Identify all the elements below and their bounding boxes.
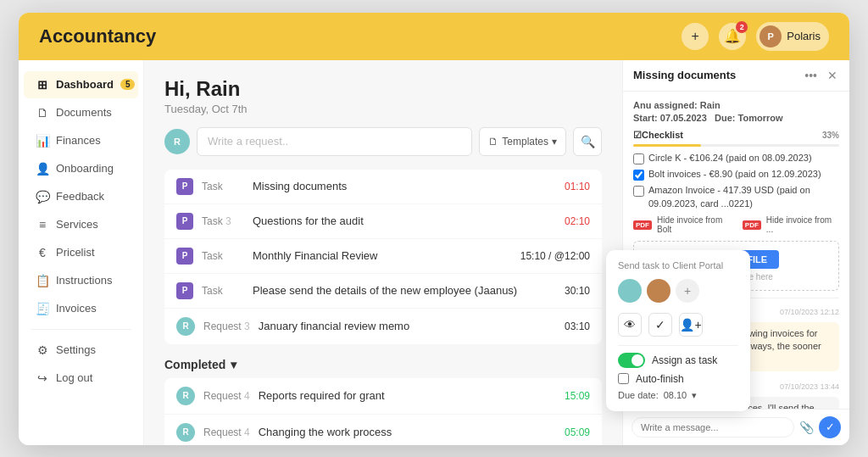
table-row[interactable]: R Request 3 January financial review mem… (164, 309, 602, 344)
app-title: Accountancy (39, 25, 682, 47)
sidebar-label-instructions: Instructions (56, 274, 112, 287)
add-button[interactable]: + (682, 23, 709, 50)
chevron-down-icon: ▾ (231, 358, 236, 371)
completed-header[interactable]: Completed ▾ (164, 358, 602, 371)
sidebar-item-onboarding[interactable]: 👤 Onboarding (24, 155, 138, 182)
checklist-checkbox-2[interactable] (633, 170, 644, 181)
sidebar-label-feedback: Feedback (56, 190, 104, 203)
sidebar-item-instructions[interactable]: 📋 Instructions (24, 267, 138, 294)
client-avatar-2 (647, 279, 670, 303)
settings-icon: ⚙ (36, 343, 49, 357)
assign-toggle-row: Assign as task (618, 353, 738, 368)
sidebar-label-pricelist: Pricelist (56, 246, 95, 259)
task-type: Task (202, 181, 244, 192)
checklist-checkbox-3[interactable] (633, 186, 644, 197)
top-bar-actions: + 🔔 2 P Polaris (682, 22, 829, 51)
notif-badge: 2 (736, 21, 748, 33)
task-time: 15:10 / @12:00 (520, 250, 590, 262)
sidebar-label-services: Services (56, 218, 98, 231)
task-time: 15:09 (565, 390, 590, 402)
panel-title: Missing documents (633, 69, 736, 81)
right-panel: Missing documents ••• ✕ Anu assigned: Ra… (622, 60, 849, 445)
eye-icon[interactable]: 👁 (618, 313, 642, 337)
attachment-button[interactable]: 📎 (799, 421, 814, 434)
templates-label: Templates (502, 136, 548, 148)
instructions-icon: 📋 (36, 274, 49, 287)
chat-input[interactable] (632, 417, 794, 437)
checklist-item-text-3: Amazon Invoice - 417.39 USD (paid on 09.… (648, 184, 839, 210)
icon-row: 👁 ✓ 👤+ (618, 313, 738, 337)
chat-time-2: 07/10/2023 13:44 (780, 382, 839, 391)
floating-divider (618, 345, 738, 346)
table-row[interactable]: P Task Please send the details of the ne… (164, 274, 602, 309)
task-time: 02:10 (565, 215, 590, 227)
task-time: 05:09 (565, 426, 590, 438)
autofinish-label: Auto-finish (636, 373, 684, 385)
invoices-icon: 🧾 (36, 302, 49, 315)
file-row-1: PDF Hide invoice from Bolt PDF Hide invo… (633, 215, 839, 234)
autofinish-checkbox[interactable] (618, 373, 629, 384)
sidebar-divider (31, 329, 131, 330)
assign-toggle[interactable] (618, 353, 645, 368)
dates-meta: Start: 07.05.2023 Due: Tomorrow (633, 113, 839, 123)
task-title: Missing documents (253, 180, 556, 192)
check-icon[interactable]: ✓ (648, 313, 672, 337)
table-row[interactable]: P Task 3 Questions for the audit 02:10 (164, 204, 602, 239)
sidebar-item-logout[interactable]: ↪ Log out (24, 365, 138, 392)
send-button[interactable]: ✓ (819, 416, 841, 438)
autofinish-row: Auto-finish (618, 373, 738, 385)
checklist-header: ☑ Checklist 33% (633, 130, 839, 141)
user-avatar: R (164, 129, 190, 154)
sidebar-item-services[interactable]: ≡ Services (24, 211, 138, 238)
sidebar-item-documents[interactable]: 🗋 Documents (24, 99, 138, 126)
search-button[interactable]: 🔍 (573, 127, 602, 156)
person-add-icon[interactable]: 👤+ (679, 313, 703, 337)
checklist-icon: ☑ (633, 130, 642, 141)
sidebar-label-dashboard: Dashboard (56, 78, 114, 91)
add-person-button[interactable]: + (676, 279, 699, 303)
sidebar-label-finances: Finances (56, 134, 101, 147)
checklist-bar (633, 144, 839, 147)
chevron-down-icon: ▾ (692, 390, 697, 401)
sidebar-item-feedback[interactable]: 💬 Feedback (24, 183, 138, 210)
checklist-item: Amazon Invoice - 417.39 USD (paid on 09.… (633, 184, 839, 210)
table-row[interactable]: P Task Monthly Financial Review 15:10 / … (164, 239, 602, 274)
template-icon: 🗋 (488, 136, 498, 148)
avatar: P (760, 25, 782, 47)
panel-close-button[interactable]: ✕ (826, 69, 839, 82)
task-time: 01:10 (565, 181, 590, 192)
task-title: January financial review memo (259, 320, 556, 332)
chat-time-1: 07/10/2023 12:12 (780, 308, 839, 316)
start-date: Start: 07.05.2023 (633, 113, 707, 123)
checklist-item: Circle K - €106.24 (paid on 08.09.2023) (633, 152, 839, 164)
sidebar-item-invoices[interactable]: 🧾 Invoices (24, 295, 138, 322)
app-window: Accountancy + 🔔 2 P Polaris ⊞ Dashboard … (19, 13, 849, 445)
completed-label: Completed (164, 358, 225, 371)
top-bar: Accountancy + 🔔 2 P Polaris (19, 13, 849, 60)
task-type: Task (202, 250, 244, 262)
request-bar: R Write a request.. 🗋 Templates ▾ 🔍 (164, 127, 602, 156)
sidebar: ⊞ Dashboard 5 🗋 Documents 📊 Finances 👤 O… (19, 60, 144, 445)
greeting: Hi, Rain (164, 77, 602, 101)
sidebar-item-settings[interactable]: ⚙ Settings (24, 337, 138, 364)
table-row[interactable]: R Request 4 Changing the work process 05… (164, 415, 602, 445)
request-tag: R (176, 387, 195, 405)
templates-button[interactable]: 🗋 Templates ▾ (479, 127, 566, 156)
assigned-meta: Anu assigned: Rain (633, 100, 839, 110)
search-icon: 🔍 (581, 135, 595, 148)
due-row: Due date: 08.10 ▾ (618, 390, 738, 401)
sidebar-item-dashboard[interactable]: ⊞ Dashboard 5 (24, 71, 138, 98)
task-title: Please send the details of the new emplo… (253, 284, 556, 297)
sidebar-label-invoices: Invoices (56, 302, 97, 315)
sidebar-label-documents: Documents (56, 106, 112, 119)
panel-more-button[interactable]: ••• (803, 69, 819, 82)
sidebar-item-finances[interactable]: 📊 Finances (24, 127, 138, 154)
sidebar-item-pricelist[interactable]: € Pricelist (24, 239, 138, 266)
client-avatar-1 (618, 279, 642, 303)
checklist-checkbox-1[interactable] (633, 153, 644, 164)
notifications-button[interactable]: 🔔 2 (719, 23, 746, 50)
user-menu-button[interactable]: P Polaris (756, 22, 829, 51)
table-row[interactable]: R Request 4 Reports required for grant 1… (164, 378, 602, 415)
request-input[interactable]: Write a request.. (197, 127, 472, 156)
table-row[interactable]: P Task Missing documents 01:10 (164, 170, 602, 204)
